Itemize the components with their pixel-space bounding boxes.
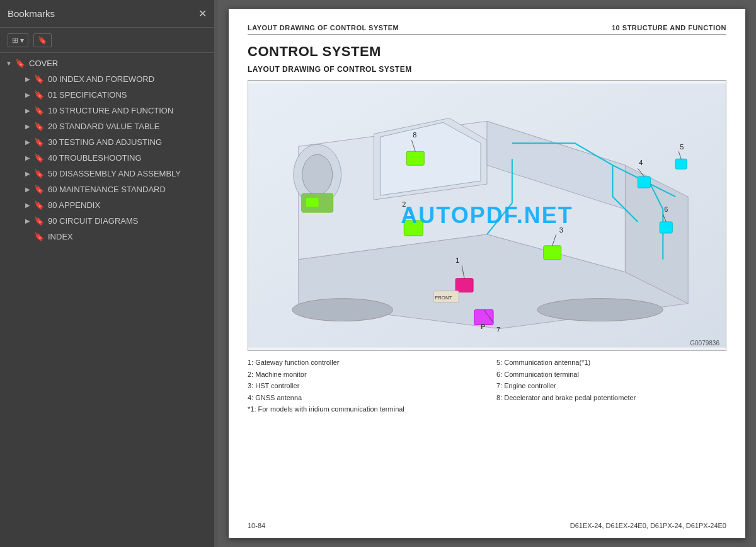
chevron-icon — [23, 139, 33, 146]
legend-item-2: 2: Machine monitor — [248, 369, 478, 380]
page-header-left: LAYOUT DRAWING OF CONTROL SYSTEM — [248, 24, 399, 32]
sidebar-item-cover[interactable]: 🔖 COVER — [0, 55, 214, 71]
sidebar-toolbar: ⊞ ▾ 🔖 — [0, 28, 214, 53]
sidebar-item-00[interactable]: 🔖 00 INDEX AND FOREWORD — [0, 71, 214, 87]
chevron-icon — [23, 202, 33, 209]
bookmark-icon: 🔖 — [34, 137, 44, 147]
sidebar-item-20[interactable]: 🔖 20 STANDARD VALUE TABLE — [0, 118, 214, 134]
sidebar-item-90[interactable]: 🔖 90 CIRCUIT DIAGRAMS — [0, 213, 214, 229]
bookmark-icon: 🔖 — [34, 153, 44, 163]
bookmark-icon: 🔖 — [34, 122, 44, 131]
sidebar-item-label: 50 DISASSEMBLY AND ASSEMBLY — [48, 169, 209, 178]
bookmark-icon: 🔖 — [34, 74, 44, 84]
svg-rect-40 — [306, 198, 319, 207]
chevron-icon — [23, 123, 33, 130]
sidebar-item-label: 80 APPENDIX — [48, 200, 209, 210]
svg-text:4: 4 — [639, 159, 643, 166]
sidebar-item-50[interactable]: 🔖 50 DISASSEMBLY AND ASSEMBLY — [0, 166, 214, 181]
sidebar-item-label: 00 INDEX AND FOREWORD — [48, 74, 209, 84]
section-title: CONTROL SYSTEM — [248, 43, 726, 60]
page-header-right: 10 STRUCTURE AND FUNCTION — [612, 24, 726, 32]
svg-text:FRONT: FRONT — [435, 295, 452, 301]
legend-item-6: 6: Communication terminal — [496, 369, 726, 380]
svg-rect-14 — [660, 222, 672, 233]
sidebar-title: Bookmarks — [8, 8, 55, 19]
svg-text:P: P — [481, 323, 485, 330]
svg-text:3: 3 — [559, 226, 563, 234]
sidebar-item-40[interactable]: 🔖 40 TROUBLESHOOTING — [0, 150, 214, 166]
svg-rect-11 — [544, 246, 561, 260]
bookmark-button[interactable]: 🔖 — [33, 33, 52, 47]
page-number: 10-84 — [248, 522, 265, 529]
svg-text:5: 5 — [680, 143, 684, 151]
model-number: D61EX-24, D61EX-24E0, D61PX-24, D61PX-24… — [570, 522, 726, 529]
page-header: LAYOUT DRAWING OF CONTROL SYSTEM 10 STRU… — [248, 24, 726, 35]
sidebar-item-10[interactable]: 🔖 10 STRUCTURE AND FUNCTION — [0, 103, 214, 118]
main-content: LAYOUT DRAWING OF CONTROL SYSTEM 10 STRU… — [218, 0, 756, 547]
sidebar-item-80[interactable]: 🔖 80 APPENDIX — [0, 197, 214, 213]
bookmark-icon: 🔖 — [34, 200, 44, 210]
sidebar-item-index[interactable]: 🔖 INDEX — [0, 229, 214, 245]
sidebar-item-30[interactable]: 🔖 30 TESTING AND ADJUSTING — [0, 134, 214, 150]
legend-item-5: 5: Communication antenna(*1) — [496, 357, 726, 368]
svg-point-6 — [292, 299, 393, 321]
svg-rect-16 — [406, 151, 424, 165]
sidebar-item-label: 10 STRUCTURE AND FUNCTION — [48, 106, 209, 115]
chevron-icon — [4, 60, 14, 67]
bookmark-icon: 🔖 — [34, 90, 44, 100]
svg-rect-12 — [638, 176, 650, 188]
bookmark-icon: 🔖 — [34, 185, 44, 194]
layout-button[interactable]: ⊞ ▾ — [8, 33, 28, 47]
bookmark-icon: 🔖 — [34, 106, 44, 115]
svg-point-7 — [537, 299, 663, 321]
close-button[interactable]: ✕ — [198, 8, 207, 20]
page-footer: 10-84 D61EX-24, D61EX-24E0, D61PX-24, D6… — [248, 522, 726, 529]
svg-text:7: 7 — [496, 326, 500, 333]
sidebar-item-01[interactable]: 🔖 01 SPECIFICATIONS — [0, 87, 214, 103]
legend-item-3: 3: HST controller — [248, 381, 478, 391]
legend-item-7: 7: Engine controller — [496, 381, 726, 391]
diagram-svg: 1 2 3 4 5 6 7 8 P P FRONT — [248, 81, 726, 350]
chevron-icon — [23, 76, 33, 83]
sidebar-item-label: COVER — [29, 59, 209, 68]
svg-text:8: 8 — [413, 131, 416, 139]
note-item: *1: For models with iridium communicatio… — [248, 405, 726, 413]
sidebar-item-label: 40 TROUBLESHOOTING — [48, 153, 209, 163]
sidebar-item-label: INDEX — [48, 232, 209, 241]
legend-area: 1: Gateway function controller 5: Commun… — [248, 357, 726, 403]
chevron-icon — [23, 186, 33, 193]
svg-text:2: 2 — [402, 200, 406, 208]
svg-text:1: 1 — [455, 256, 459, 264]
diagram-title: LAYOUT DRAWING OF CONTROL SYSTEM — [248, 65, 726, 74]
chevron-icon — [23, 107, 33, 114]
sidebar-item-label: 60 MAINTENANCE STANDARD — [48, 185, 209, 194]
bookmark-icon: 🔖 — [34, 169, 44, 178]
sidebar: Bookmarks ✕ ⊞ ▾ 🔖 🔖 COVER 🔖 00 INDEX AND… — [0, 0, 214, 547]
diagram-box: 1 2 3 4 5 6 7 8 P P FRONT — [248, 80, 726, 351]
bookmark-icon: 🔖 — [34, 216, 44, 226]
svg-rect-9 — [455, 279, 473, 292]
page-container: LAYOUT DRAWING OF CONTROL SYSTEM 10 STRU… — [229, 9, 745, 538]
bookmark-icon: 🔖 — [34, 232, 44, 241]
diagram-number: G0079836 — [690, 340, 719, 347]
bookmark-icon: 🔖 — [15, 59, 25, 68]
chevron-icon — [23, 154, 33, 161]
svg-text:6: 6 — [664, 205, 668, 213]
sidebar-item-label: 20 STANDARD VALUE TABLE — [48, 122, 209, 131]
legend-item-4: 4: GNSS antenna — [248, 393, 478, 403]
legend-item-8: 8: Decelerator and brake pedal potentiom… — [496, 393, 726, 403]
chevron-icon — [23, 91, 33, 98]
sidebar-content: 🔖 COVER 🔖 00 INDEX AND FOREWORD 🔖 01 SPE… — [0, 53, 214, 547]
svg-point-38 — [302, 154, 333, 195]
svg-rect-10 — [404, 221, 423, 236]
legend-item-1: 1: Gateway function controller — [248, 357, 478, 368]
sidebar-item-label: 30 TESTING AND ADJUSTING — [48, 137, 209, 147]
chevron-icon — [23, 170, 33, 177]
chevron-icon — [23, 217, 33, 224]
sidebar-item-label: 90 CIRCUIT DIAGRAMS — [48, 216, 209, 226]
svg-rect-13 — [675, 159, 687, 169]
sidebar-item-60[interactable]: 🔖 60 MAINTENANCE STANDARD — [0, 181, 214, 197]
sidebar-header: Bookmarks ✕ — [0, 0, 214, 28]
sidebar-item-label: 01 SPECIFICATIONS — [48, 90, 209, 100]
